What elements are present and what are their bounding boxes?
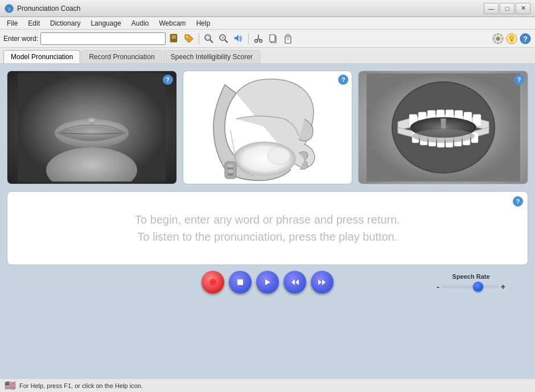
svg-text:♪: ♪ bbox=[8, 6, 11, 12]
svg-marker-68 bbox=[295, 279, 299, 285]
tag-icon[interactable] bbox=[183, 32, 195, 45]
speech-rate-decrease[interactable]: - bbox=[437, 282, 439, 291]
svg-point-43 bbox=[227, 169, 234, 174]
lip-visualization-panel: ? bbox=[7, 71, 177, 184]
settings-icon[interactable] bbox=[492, 32, 504, 45]
svg-point-27 bbox=[510, 35, 514, 39]
title-bar: ♪ Pronunciation Coach — □ ✕ bbox=[0, 0, 535, 17]
svg-marker-69 bbox=[318, 279, 322, 285]
svg-rect-29 bbox=[511, 41, 513, 42]
svg-marker-66 bbox=[265, 279, 270, 285]
stop-icon bbox=[236, 278, 244, 286]
svg-point-42 bbox=[227, 163, 234, 168]
toolbar-right: ? bbox=[492, 32, 532, 45]
svg-rect-3 bbox=[171, 34, 171, 42]
svg-point-8 bbox=[205, 35, 211, 40]
svg-point-10 bbox=[206, 36, 209, 39]
svg-line-16 bbox=[258, 39, 261, 40]
toolbar-sep1 bbox=[199, 33, 199, 44]
fast-forward-button[interactable] bbox=[311, 271, 334, 294]
speech-rate-increase[interactable]: + bbox=[501, 282, 505, 291]
instructions-help-icon[interactable]: ? bbox=[513, 196, 523, 207]
menu-audio[interactable]: Audio bbox=[127, 18, 154, 28]
playback-controls bbox=[201, 271, 334, 294]
svg-point-39 bbox=[268, 147, 290, 164]
menu-bar: File Edit Dictionary Language Audio Webc… bbox=[0, 17, 535, 30]
svg-rect-28 bbox=[511, 40, 513, 41]
mouth-visualization bbox=[359, 71, 528, 184]
lightbulb-icon[interactable] bbox=[505, 32, 518, 45]
mouth-help-icon[interactable]: ? bbox=[514, 75, 524, 85]
speech-rate-label: Speech Rate bbox=[452, 273, 490, 280]
title-left: ♪ Pronunciation Coach bbox=[5, 4, 80, 13]
menu-edit[interactable]: Edit bbox=[23, 18, 44, 28]
enter-word-label: Enter word: bbox=[3, 35, 38, 43]
svg-point-63 bbox=[412, 129, 475, 143]
tab-model-pronunciation[interactable]: Model Pronunciation bbox=[3, 50, 80, 63]
menu-dictionary[interactable]: Dictionary bbox=[46, 18, 85, 28]
speech-rate-slider[interactable] bbox=[442, 285, 499, 288]
status-bar: 🇺🇸 For Help, press F1, or click on the H… bbox=[0, 378, 535, 392]
svg-point-25 bbox=[496, 36, 500, 40]
dictionary-icon[interactable] bbox=[168, 32, 180, 45]
svg-line-12 bbox=[225, 40, 228, 43]
toolbar: Enter word: bbox=[0, 30, 535, 48]
menu-help[interactable]: Help bbox=[192, 18, 215, 28]
main-content: ? bbox=[0, 64, 535, 378]
svg-point-36 bbox=[96, 113, 105, 119]
app-icon: ♪ bbox=[5, 4, 14, 13]
svg-line-9 bbox=[210, 40, 213, 43]
title-controls: — □ ✕ bbox=[484, 3, 530, 14]
copy-icon[interactable] bbox=[267, 32, 279, 45]
tab-speech-intelligibility[interactable]: Speech Intelligibility Scorer bbox=[163, 50, 260, 63]
speech-rate-thumb[interactable] bbox=[473, 282, 483, 292]
svg-point-64 bbox=[209, 279, 216, 286]
svg-text:?: ? bbox=[523, 35, 528, 43]
minimize-button[interactable]: — bbox=[484, 3, 499, 14]
maximize-button[interactable]: □ bbox=[500, 3, 515, 14]
svg-point-35 bbox=[79, 113, 88, 119]
help-icon[interactable]: ? bbox=[519, 32, 532, 45]
svg-rect-21 bbox=[286, 35, 290, 37]
menu-file[interactable]: File bbox=[2, 18, 22, 28]
svg-rect-19 bbox=[270, 35, 275, 42]
speech-rate-slider-row: - + bbox=[437, 282, 505, 291]
rewind-icon bbox=[290, 278, 299, 286]
profile-visualization-panel: ? bbox=[183, 71, 353, 184]
menu-webcam[interactable]: Webcam bbox=[154, 18, 190, 28]
search-icon[interactable] bbox=[203, 32, 215, 45]
fast-forward-icon bbox=[318, 278, 327, 286]
lip-help-icon[interactable]: ? bbox=[163, 75, 173, 85]
svg-rect-65 bbox=[237, 279, 243, 285]
svg-point-7 bbox=[186, 36, 188, 38]
flag-icon: 🇺🇸 bbox=[5, 380, 16, 391]
menu-language[interactable]: Language bbox=[86, 18, 125, 28]
mouth-visualization-panel: ? bbox=[358, 71, 528, 184]
tab-record-pronunciation[interactable]: Record Pronunciation bbox=[81, 50, 162, 63]
tabs: Model Pronunciation Record Pronunciation… bbox=[0, 48, 535, 64]
play-icon bbox=[264, 278, 271, 286]
window-title: Pronunciation Coach bbox=[17, 5, 80, 13]
audio-icon[interactable] bbox=[232, 32, 245, 45]
speech-rate-control: Speech Rate - + bbox=[437, 273, 505, 291]
svg-marker-70 bbox=[322, 279, 326, 285]
instructions-text: To begin, enter any word or phrase and p… bbox=[135, 211, 400, 245]
svg-line-15 bbox=[257, 39, 259, 40]
visualization-row: ? bbox=[7, 71, 528, 184]
stop-button[interactable] bbox=[229, 271, 252, 294]
record-button[interactable] bbox=[201, 271, 224, 294]
svg-marker-67 bbox=[291, 279, 295, 285]
play-button[interactable] bbox=[256, 271, 279, 294]
toolbar-sep2 bbox=[248, 33, 249, 44]
rewind-button[interactable] bbox=[283, 271, 306, 294]
enter-word-input[interactable] bbox=[40, 32, 166, 45]
paste-icon[interactable] bbox=[282, 32, 294, 45]
controls-row: Speech Rate - + bbox=[7, 265, 528, 296]
close-button[interactable]: ✕ bbox=[516, 3, 530, 14]
search-next-icon[interactable] bbox=[217, 32, 230, 45]
status-text: For Help, press F1, or click on the Help… bbox=[19, 382, 143, 389]
record-icon bbox=[208, 278, 217, 287]
profile-visualization bbox=[183, 71, 352, 184]
cut-icon[interactable] bbox=[252, 32, 265, 45]
lip-visualization bbox=[7, 71, 176, 184]
